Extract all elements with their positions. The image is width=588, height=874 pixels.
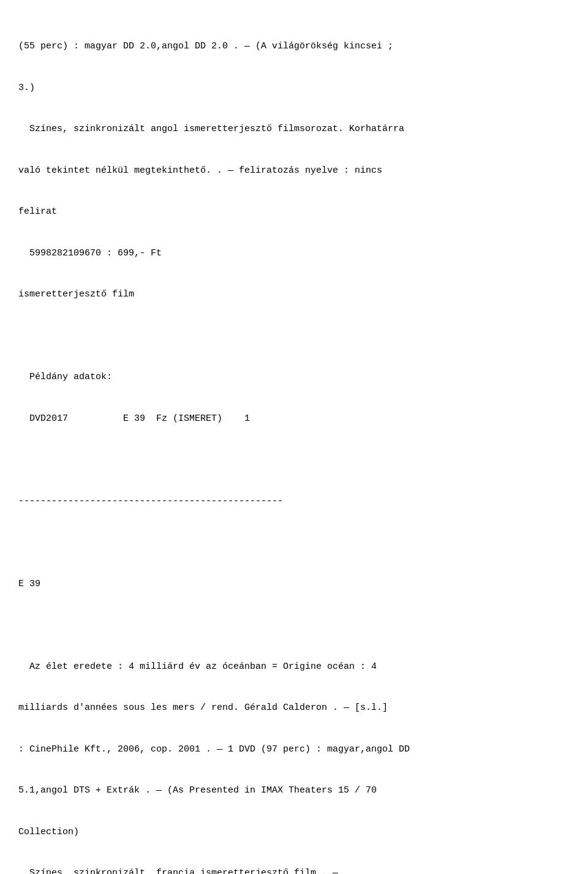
line-18: Collection) — [18, 826, 570, 840]
line-16: : CinePhile Kft., 2006, cop. 2001 . — 1 … — [18, 743, 570, 757]
line-8 — [18, 330, 570, 344]
line-5: felirat — [18, 205, 570, 219]
line-17: 5.1,angol DTS + Extrák . — (As Presented… — [18, 784, 570, 798]
main-content: (55 perc) : magyar DD 2.0,angol DD 2.0 .… — [18, 12, 570, 874]
line-10: DVD2017 E 39 Fz (ISMERET) 1 — [18, 412, 570, 426]
line-19: Színes, szinkronizált, francia ismerette… — [18, 867, 570, 874]
line-9: Példány adatok: — [18, 371, 570, 385]
line-6: 5998282109670 : 699,- Ft — [18, 247, 570, 261]
divider-1: ----------------------------------------… — [18, 495, 570, 509]
line-13 — [18, 619, 570, 633]
line-4: való tekintet nélkül megtekinthető. . — … — [18, 164, 570, 178]
line-1: (55 perc) : magyar DD 2.0,angol DD 2.0 .… — [18, 40, 570, 54]
line-3: Színes, szinkronizált angol ismeretterje… — [18, 122, 570, 137]
line-2: 3.) — [18, 81, 570, 96]
line-14: Az élet eredete : 4 milliárd év az óceán… — [18, 660, 570, 674]
line-15: milliards d'années sous les mers / rend.… — [18, 701, 570, 715]
line-7: ismeretterjesztő film — [18, 288, 570, 302]
text-block: (55 perc) : magyar DD 2.0,angol DD 2.0 .… — [18, 12, 570, 874]
category-1: E 39 — [18, 578, 570, 592]
line-12 — [18, 536, 570, 550]
line-11 — [18, 453, 570, 467]
